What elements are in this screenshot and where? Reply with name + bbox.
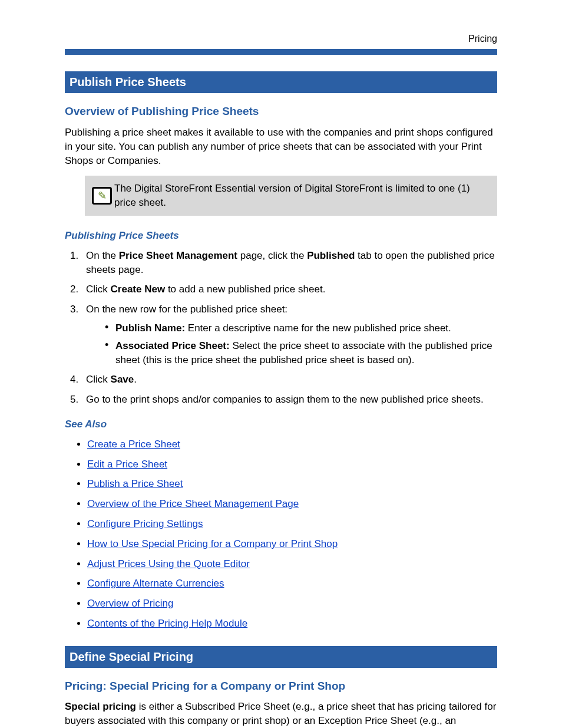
link-overview-pricing[interactable]: Overview of Pricing [87, 598, 173, 609]
list-item: Create a Price Sheet [87, 437, 497, 452]
link-overview-mgmt-page[interactable]: Overview of the Price Sheet Management P… [87, 498, 299, 509]
list-item: Configure Alternate Currencies [87, 577, 497, 591]
step-3-bullet-publish-name: Publish Name: Enter a descriptive name f… [105, 321, 497, 335]
see-also-list: Create a Price Sheet Edit a Price Sheet … [65, 437, 497, 631]
special-pricing-paragraph: Special pricing is either a Subscribed P… [65, 700, 497, 728]
step-4: Click Save. [81, 373, 497, 387]
list-item: Contents of the Pricing Help Module [87, 617, 497, 631]
list-item: Publish a Price Sheet [87, 477, 497, 491]
link-configure-pricing[interactable]: Configure Pricing Settings [87, 518, 203, 529]
header-rule [65, 49, 497, 55]
list-item: How to Use Special Pricing for a Company… [87, 537, 497, 551]
step-3: On the new row for the published price s… [81, 302, 497, 367]
list-item: Overview of Pricing [87, 597, 497, 611]
step-3-bullet-associated: Associated Price Sheet: Select the price… [105, 339, 497, 367]
list-item: Configure Pricing Settings [87, 517, 497, 531]
step-1: On the Price Sheet Management page, clic… [81, 249, 497, 277]
link-quote-editor[interactable]: Adjust Prices Using the Quote Editor [87, 558, 250, 569]
step-5: Go to the print shops and/or companies t… [81, 393, 497, 407]
subhead-overview-publishing: Overview of Publishing Price Sheets [65, 104, 497, 120]
see-also-head: See Also [65, 417, 497, 431]
step-3-sublist: Publish Name: Enter a descriptive name f… [86, 321, 497, 367]
step-2: Click Create New to add a new published … [81, 282, 497, 297]
link-edit-price-sheet[interactable]: Edit a Price Sheet [87, 459, 167, 470]
subhead-special-pricing: Pricing: Special Pricing for a Company o… [65, 678, 497, 694]
link-special-pricing[interactable]: How to Use Special Pricing for a Company… [87, 538, 338, 549]
section-bar-define-special: Define Special Pricing [65, 646, 497, 668]
note-callout: The Digital StoreFront Essential version… [85, 176, 497, 216]
link-alt-currencies[interactable]: Configure Alternate Currencies [87, 578, 224, 589]
link-create-price-sheet[interactable]: Create a Price Sheet [87, 439, 180, 450]
page-container: Pricing Publish Price Sheets Overview of… [0, 0, 562, 728]
section-bar-publish: Publish Price Sheets [65, 71, 497, 93]
subsubhead-publishing: Publishing Price Sheets [65, 229, 497, 243]
link-contents-help[interactable]: Contents of the Pricing Help Module [87, 618, 247, 629]
list-item: Edit a Price Sheet [87, 457, 497, 472]
note-text: The Digital StoreFront Essential version… [114, 182, 490, 210]
list-item: Overview of the Price Sheet Management P… [87, 497, 497, 511]
intro-paragraph: Publishing a price sheet makes it availa… [65, 126, 497, 167]
steps-list: On the Price Sheet Management page, clic… [65, 249, 497, 407]
link-publish-price-sheet[interactable]: Publish a Price Sheet [87, 478, 183, 489]
list-item: Adjust Prices Using the Quote Editor [87, 557, 497, 571]
pencil-note-icon [92, 187, 112, 205]
page-header-label: Pricing [65, 32, 497, 45]
